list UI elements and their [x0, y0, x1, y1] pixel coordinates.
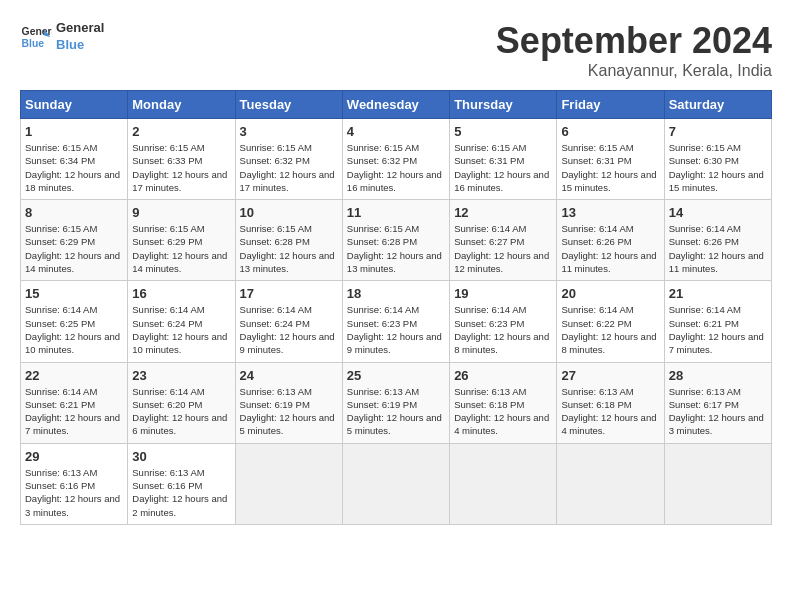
header-monday: Monday — [128, 91, 235, 119]
day-info: Sunrise: 6:15 AMSunset: 6:28 PMDaylight:… — [240, 223, 335, 274]
day-info: Sunrise: 6:14 AMSunset: 6:24 PMDaylight:… — [132, 304, 227, 355]
day-info: Sunrise: 6:15 AMSunset: 6:32 PMDaylight:… — [347, 142, 442, 193]
calendar-day-cell: 11 Sunrise: 6:15 AMSunset: 6:28 PMDaylig… — [342, 200, 449, 281]
day-number: 7 — [669, 124, 767, 139]
calendar-week-row: 15 Sunrise: 6:14 AMSunset: 6:25 PMDaylig… — [21, 281, 772, 362]
day-number: 16 — [132, 286, 230, 301]
calendar-day-cell: 2 Sunrise: 6:15 AMSunset: 6:33 PMDayligh… — [128, 119, 235, 200]
day-number: 11 — [347, 205, 445, 220]
calendar-day-cell: 9 Sunrise: 6:15 AMSunset: 6:29 PMDayligh… — [128, 200, 235, 281]
day-info: Sunrise: 6:13 AMSunset: 6:18 PMDaylight:… — [454, 386, 549, 437]
calendar-day-cell: 1 Sunrise: 6:15 AMSunset: 6:34 PMDayligh… — [21, 119, 128, 200]
day-number: 25 — [347, 368, 445, 383]
calendar-week-row: 22 Sunrise: 6:14 AMSunset: 6:21 PMDaylig… — [21, 362, 772, 443]
day-info: Sunrise: 6:14 AMSunset: 6:20 PMDaylight:… — [132, 386, 227, 437]
day-number: 22 — [25, 368, 123, 383]
day-number: 19 — [454, 286, 552, 301]
header-sunday: Sunday — [21, 91, 128, 119]
calendar-day-cell: 25 Sunrise: 6:13 AMSunset: 6:19 PMDaylig… — [342, 362, 449, 443]
day-number: 3 — [240, 124, 338, 139]
calendar-day-cell: 10 Sunrise: 6:15 AMSunset: 6:28 PMDaylig… — [235, 200, 342, 281]
day-number: 9 — [132, 205, 230, 220]
calendar-day-cell: 15 Sunrise: 6:14 AMSunset: 6:25 PMDaylig… — [21, 281, 128, 362]
day-info: Sunrise: 6:14 AMSunset: 6:23 PMDaylight:… — [347, 304, 442, 355]
day-number: 2 — [132, 124, 230, 139]
logo: General Blue General Blue — [20, 20, 104, 54]
calendar-day-cell: 22 Sunrise: 6:14 AMSunset: 6:21 PMDaylig… — [21, 362, 128, 443]
day-number: 15 — [25, 286, 123, 301]
day-info: Sunrise: 6:13 AMSunset: 6:17 PMDaylight:… — [669, 386, 764, 437]
day-number: 14 — [669, 205, 767, 220]
day-info: Sunrise: 6:15 AMSunset: 6:30 PMDaylight:… — [669, 142, 764, 193]
day-number: 12 — [454, 205, 552, 220]
day-number: 28 — [669, 368, 767, 383]
calendar-day-cell: 4 Sunrise: 6:15 AMSunset: 6:32 PMDayligh… — [342, 119, 449, 200]
day-info: Sunrise: 6:13 AMSunset: 6:16 PMDaylight:… — [25, 467, 120, 518]
title-block: September 2024 Kanayannur, Kerala, India — [496, 20, 772, 80]
calendar-week-row: 29 Sunrise: 6:13 AMSunset: 6:16 PMDaylig… — [21, 443, 772, 524]
calendar-day-cell — [342, 443, 449, 524]
calendar-day-cell: 27 Sunrise: 6:13 AMSunset: 6:18 PMDaylig… — [557, 362, 664, 443]
day-number: 17 — [240, 286, 338, 301]
calendar-day-cell: 7 Sunrise: 6:15 AMSunset: 6:30 PMDayligh… — [664, 119, 771, 200]
calendar-day-cell: 3 Sunrise: 6:15 AMSunset: 6:32 PMDayligh… — [235, 119, 342, 200]
day-info: Sunrise: 6:15 AMSunset: 6:31 PMDaylight:… — [454, 142, 549, 193]
day-info: Sunrise: 6:13 AMSunset: 6:19 PMDaylight:… — [347, 386, 442, 437]
calendar-day-cell — [557, 443, 664, 524]
day-info: Sunrise: 6:14 AMSunset: 6:26 PMDaylight:… — [561, 223, 656, 274]
day-number: 26 — [454, 368, 552, 383]
month-title: September 2024 — [496, 20, 772, 62]
day-number: 30 — [132, 449, 230, 464]
day-number: 6 — [561, 124, 659, 139]
calendar-day-cell: 18 Sunrise: 6:14 AMSunset: 6:23 PMDaylig… — [342, 281, 449, 362]
calendar-day-cell: 12 Sunrise: 6:14 AMSunset: 6:27 PMDaylig… — [450, 200, 557, 281]
day-info: Sunrise: 6:14 AMSunset: 6:25 PMDaylight:… — [25, 304, 120, 355]
calendar-day-cell: 24 Sunrise: 6:13 AMSunset: 6:19 PMDaylig… — [235, 362, 342, 443]
day-number: 18 — [347, 286, 445, 301]
day-number: 8 — [25, 205, 123, 220]
day-info: Sunrise: 6:15 AMSunset: 6:32 PMDaylight:… — [240, 142, 335, 193]
calendar-day-cell — [664, 443, 771, 524]
day-number: 24 — [240, 368, 338, 383]
day-number: 27 — [561, 368, 659, 383]
header-thursday: Thursday — [450, 91, 557, 119]
calendar-week-row: 1 Sunrise: 6:15 AMSunset: 6:34 PMDayligh… — [21, 119, 772, 200]
day-number: 13 — [561, 205, 659, 220]
day-number: 10 — [240, 205, 338, 220]
calendar-day-cell — [235, 443, 342, 524]
logo-text: General Blue — [56, 20, 104, 54]
calendar-day-cell: 23 Sunrise: 6:14 AMSunset: 6:20 PMDaylig… — [128, 362, 235, 443]
header-friday: Friday — [557, 91, 664, 119]
day-info: Sunrise: 6:14 AMSunset: 6:27 PMDaylight:… — [454, 223, 549, 274]
calendar-day-cell: 20 Sunrise: 6:14 AMSunset: 6:22 PMDaylig… — [557, 281, 664, 362]
day-info: Sunrise: 6:13 AMSunset: 6:16 PMDaylight:… — [132, 467, 227, 518]
day-number: 21 — [669, 286, 767, 301]
calendar-day-cell: 5 Sunrise: 6:15 AMSunset: 6:31 PMDayligh… — [450, 119, 557, 200]
calendar-day-cell: 8 Sunrise: 6:15 AMSunset: 6:29 PMDayligh… — [21, 200, 128, 281]
calendar-day-cell: 17 Sunrise: 6:14 AMSunset: 6:24 PMDaylig… — [235, 281, 342, 362]
calendar-day-cell: 29 Sunrise: 6:13 AMSunset: 6:16 PMDaylig… — [21, 443, 128, 524]
calendar-week-row: 8 Sunrise: 6:15 AMSunset: 6:29 PMDayligh… — [21, 200, 772, 281]
svg-text:Blue: Blue — [22, 37, 45, 48]
calendar-day-cell: 30 Sunrise: 6:13 AMSunset: 6:16 PMDaylig… — [128, 443, 235, 524]
location-subtitle: Kanayannur, Kerala, India — [496, 62, 772, 80]
weekday-header-row: Sunday Monday Tuesday Wednesday Thursday… — [21, 91, 772, 119]
day-info: Sunrise: 6:13 AMSunset: 6:19 PMDaylight:… — [240, 386, 335, 437]
day-info: Sunrise: 6:15 AMSunset: 6:33 PMDaylight:… — [132, 142, 227, 193]
day-number: 5 — [454, 124, 552, 139]
day-info: Sunrise: 6:13 AMSunset: 6:18 PMDaylight:… — [561, 386, 656, 437]
day-info: Sunrise: 6:15 AMSunset: 6:29 PMDaylight:… — [25, 223, 120, 274]
day-info: Sunrise: 6:15 AMSunset: 6:31 PMDaylight:… — [561, 142, 656, 193]
calendar-day-cell: 19 Sunrise: 6:14 AMSunset: 6:23 PMDaylig… — [450, 281, 557, 362]
calendar-day-cell: 21 Sunrise: 6:14 AMSunset: 6:21 PMDaylig… — [664, 281, 771, 362]
header-wednesday: Wednesday — [342, 91, 449, 119]
day-info: Sunrise: 6:14 AMSunset: 6:22 PMDaylight:… — [561, 304, 656, 355]
day-number: 1 — [25, 124, 123, 139]
day-number: 4 — [347, 124, 445, 139]
calendar-day-cell: 28 Sunrise: 6:13 AMSunset: 6:17 PMDaylig… — [664, 362, 771, 443]
calendar-day-cell: 6 Sunrise: 6:15 AMSunset: 6:31 PMDayligh… — [557, 119, 664, 200]
day-number: 29 — [25, 449, 123, 464]
calendar-day-cell: 14 Sunrise: 6:14 AMSunset: 6:26 PMDaylig… — [664, 200, 771, 281]
calendar-day-cell — [450, 443, 557, 524]
day-number: 20 — [561, 286, 659, 301]
